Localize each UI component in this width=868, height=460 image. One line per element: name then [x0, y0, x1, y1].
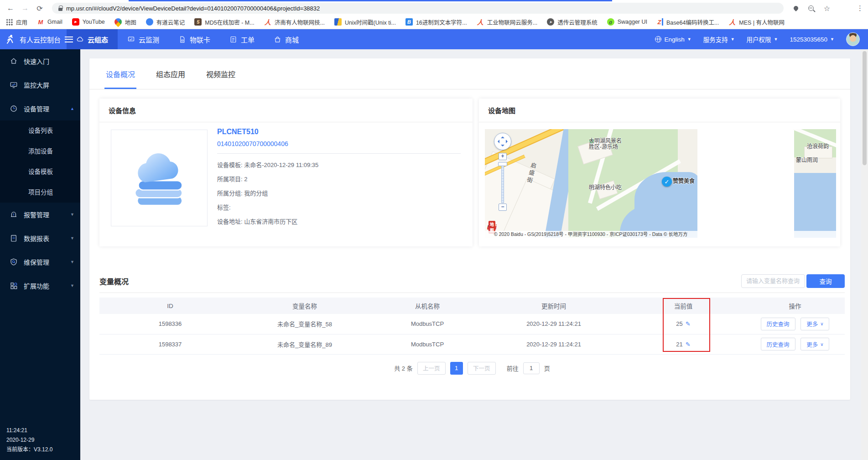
search-button[interactable]: 查询 [806, 274, 845, 288]
next-page-button[interactable]: 下一页 [468, 362, 496, 375]
sidebar-item-add-device[interactable]: 添加设备 [0, 141, 80, 162]
zoom-out-icon[interactable] [808, 5, 814, 11]
sidebar-item-device-management[interactable]: 设备管理 ▲ [0, 97, 80, 120]
tab-scada-app[interactable]: 组态应用 [156, 58, 185, 89]
bookmark-usr-jinan[interactable]: 人济南有人物联网技... [264, 18, 325, 26]
bookmark-star-icon[interactable]: ☆ [824, 4, 830, 13]
language-label: English [664, 36, 684, 43]
sidebar-item-device-template[interactable]: 设备模板 [0, 162, 80, 182]
bookmark-hex[interactable]: B16进制到文本字符... [405, 18, 467, 26]
history-query-button[interactable]: 历史查询 [761, 338, 795, 350]
nav-tab-work-order[interactable]: 工单 [220, 29, 264, 49]
map-pan-control[interactable] [494, 133, 511, 150]
nav-tab-iot-card[interactable]: 物联卡 [169, 29, 220, 49]
device-illustration [111, 130, 208, 226]
sidebar-item-label: 维保管理 [24, 257, 49, 267]
back-icon[interactable]: ← [5, 2, 16, 14]
scrollbar[interactable] [861, 49, 868, 460]
scrollbar-thumb[interactable] [863, 51, 867, 165]
more-button[interactable]: 更多∨ [800, 318, 829, 330]
device-field-template: 设备模板: 未命名-2020-12-29 11:09:35 [217, 158, 461, 172]
bookmark-base64[interactable]: ZBase64编码转换工... [657, 18, 719, 26]
device-location-marker[interactable]: ✓ [662, 177, 672, 187]
sidebar-item-maintenance[interactable]: 维保管理 ▼ [0, 250, 80, 274]
bookmark-gmail[interactable]: MGmail [37, 18, 62, 26]
more-button[interactable]: 更多∨ [800, 338, 829, 350]
url-text[interactable]: mp.usr.cn/#/cloudV2/device/ViewDeviceDet… [66, 5, 320, 12]
user-permission-menu[interactable]: 用户权限 ▼ [747, 35, 778, 44]
map-zoom-thumb[interactable] [498, 162, 507, 166]
sidebar-item-extensions[interactable]: 扩展功能 ▼ [0, 274, 80, 298]
forward-icon[interactable]: → [19, 2, 31, 14]
field-value: 未命名-2020-12-29 11:09:35 [244, 162, 318, 168]
pagination-total: 共 2 条 [394, 364, 412, 372]
sidebar-item-device-list[interactable]: 设备列表 [0, 120, 80, 141]
brand[interactable]: 有人云控制台 [0, 29, 67, 49]
map-zoom-slider[interactable] [501, 162, 504, 203]
device-cloud-stack-image [121, 140, 198, 216]
bookmark-unix[interactable]: Unix时间戳(Unix ti... [334, 18, 396, 26]
nav-tab-cloud-scada[interactable]: 云组态 [67, 29, 118, 49]
bookmark-youtube[interactable]: ▶YouTube [72, 18, 105, 26]
language-switcher[interactable]: English ▼ [655, 36, 691, 43]
history-query-button[interactable]: 历史查询 [761, 318, 795, 330]
device-name-link[interactable]: PLCNET510 [217, 128, 461, 136]
pan-down-icon[interactable] [501, 145, 504, 148]
device-id[interactable]: 01401020070700000406 [217, 140, 461, 147]
bookmark-maps[interactable]: 地图 [114, 18, 136, 26]
nav-tab-mall[interactable]: 商城 [264, 29, 308, 49]
bookmark-chuanyun[interactable]: ➤透传云管理系统 [547, 18, 598, 26]
collapse-menu-icon[interactable] [65, 37, 73, 42]
pagination-goto-input[interactable] [523, 362, 540, 374]
sidebar-item-project-group[interactable]: 项目分组 [0, 182, 80, 203]
bookmark-mes[interactable]: 人MES | 有人物联网 [728, 18, 785, 26]
current-page-button[interactable]: 1 [450, 362, 463, 375]
bookmark-iiot-cloud[interactable]: 人工业物联网云服务... [477, 18, 537, 26]
bookmark-label: 工业物联网云服务... [487, 18, 537, 26]
edit-icon[interactable]: ✎ [686, 341, 691, 348]
usr-logo-icon [5, 34, 16, 45]
variable-search-input[interactable] [741, 274, 805, 288]
user-avatar[interactable] [846, 32, 860, 46]
location-pin-icon[interactable] [793, 5, 799, 11]
bookmark-swagger[interactable]: {}Swagger UI [607, 18, 647, 26]
prev-page-button[interactable]: 上一页 [417, 362, 446, 375]
pan-left-icon[interactable] [496, 140, 499, 143]
pan-up-icon[interactable] [501, 135, 504, 138]
tab-video-monitor[interactable]: 视频监控 [206, 58, 235, 89]
address-bar[interactable]: mp.usr.cn/#/cloudV2/device/ViewDeviceDet… [52, 3, 784, 14]
bookmark-apps[interactable]: 应用 [5, 18, 27, 26]
device-field-project: 所属项目: 2 [217, 172, 461, 186]
browser-profile-avatar[interactable] [839, 3, 850, 14]
tab-device-overview[interactable]: 设备概况 [106, 58, 135, 89]
browser-menu-icon[interactable]: ⋮ [857, 4, 863, 12]
nav-tab-cloud-monitor[interactable]: 云监测 [118, 29, 169, 49]
sidebar-item-monitor-screen[interactable]: 监控大屏 [0, 73, 80, 97]
refresh-icon[interactable]: ⟳ [34, 2, 46, 14]
app-header-right: English ▼ 服务支持 ▼ 用户权限 ▼ 15253035650 ▼ [655, 29, 868, 49]
pan-right-icon[interactable] [506, 140, 509, 143]
sidebar-item-quick-start[interactable]: 快速入门 [0, 49, 80, 73]
sim-card-icon [178, 36, 186, 43]
bookmark-md5[interactable]: 5MD5在线加密 - M... [194, 18, 254, 26]
nav-tab-label: 工单 [241, 35, 255, 44]
chevron-down-icon: ▼ [774, 37, 778, 42]
youdao-icon [146, 18, 153, 26]
map-label-snack: 明湖特色小吃 [589, 185, 594, 190]
map-zoom-in-button[interactable]: + [499, 153, 507, 160]
sidebar-item-data-report[interactable]: 数据报表 ▼ [0, 226, 80, 250]
monitor-icon [127, 36, 135, 43]
edit-icon[interactable]: ✎ [686, 320, 691, 327]
account-menu[interactable]: 15253035650 ▼ [790, 36, 834, 43]
device-detail-card: 设备概况 组态应用 视频监控 设备信息 [89, 58, 850, 400]
bookmark-youdao[interactable]: 有道云笔记 [146, 18, 185, 26]
usr-runner-icon: 人 [477, 18, 484, 26]
chevron-down-icon: ▼ [70, 283, 74, 288]
sidebar-item-alarm-management[interactable]: 报警管理 ▼ [0, 203, 80, 226]
pagination: 共 2 条 上一页 1 下一页 前往 页 [99, 362, 845, 375]
map-zoom-out-button[interactable]: − [499, 204, 507, 211]
usr-runner-icon: 人 [264, 18, 271, 26]
service-support-menu[interactable]: 服务支持 ▼ [703, 35, 735, 44]
map-attribution: © 2020 Baidu - GS(2019)5218号 - 甲测资字11009… [485, 231, 836, 238]
baidu-map[interactable]: 大明湖风景名胜区-游乐场 明湖特色小吃 沧浪荷韵 蒙山雨润 启盛街 [485, 129, 836, 238]
